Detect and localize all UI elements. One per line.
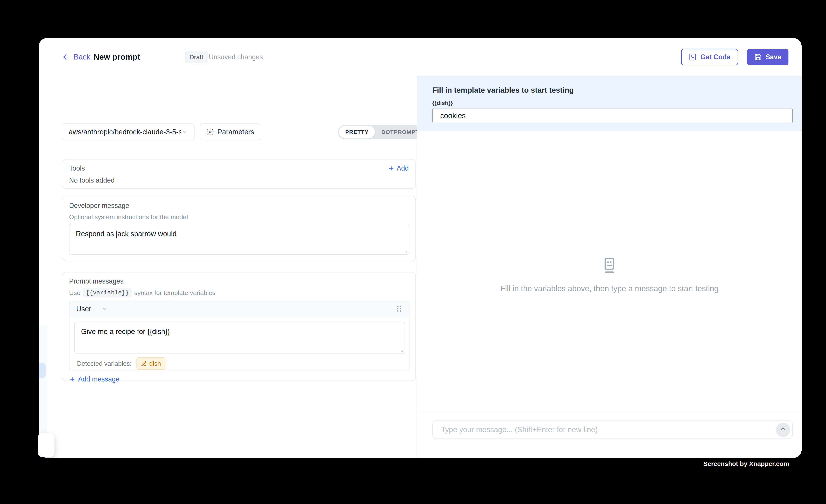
chat-message-input[interactable]	[441, 421, 760, 439]
page-title: New prompt	[94, 38, 140, 76]
empty-state: Fill in the variables above, then type a…	[500, 256, 719, 293]
variable-badge-label: dish	[149, 360, 161, 367]
plus-icon	[69, 376, 75, 382]
tools-empty-text: No tools added	[69, 176, 115, 184]
variable-name-label: {{dish}}	[432, 100, 453, 106]
sidebar-selected-highlight	[39, 363, 46, 378]
pencil-icon	[141, 361, 146, 367]
role-select[interactable]: User	[76, 305, 107, 313]
prompt-messages-title: Prompt messages	[69, 277, 123, 285]
header-actions: Get Code Save	[681, 49, 788, 65]
arrow-up-icon	[779, 426, 787, 434]
send-button[interactable]	[776, 423, 790, 437]
developer-message-input[interactable]: Respond as jack sparrow would	[69, 224, 409, 255]
chat-input-box	[432, 420, 793, 439]
prompt-messages-card: Prompt messages Use {{variable}} syntax …	[62, 272, 416, 381]
variable-value-input[interactable]	[432, 108, 793, 123]
tools-card: Tools Add No tools added	[62, 159, 416, 189]
watermark-text: Screenshot by Xnapper.com	[703, 460, 789, 467]
detected-variables-row: Detected variables: dish	[77, 357, 165, 370]
parameters-label: Parameters	[217, 128, 254, 136]
chat-area: Fill in the variables above, then type a…	[417, 131, 802, 412]
view-mode-toggle: PRETTY DOTPROMPT	[338, 125, 426, 139]
test-pane: Fill in template variables to start test…	[417, 76, 802, 458]
message-header: User	[69, 301, 409, 317]
role-value: User	[76, 305, 91, 313]
user-message-field-wrap: Give me a recipe for {{dish}}	[74, 322, 405, 354]
chevron-down-icon	[181, 129, 188, 135]
empty-state-text: Fill in the variables above, then type a…	[500, 284, 719, 293]
detected-variables-label: Detected variables:	[77, 360, 132, 367]
add-tool-button[interactable]: Add	[388, 165, 409, 172]
get-code-label: Get Code	[700, 53, 730, 61]
message-block: User Give me a recipe for {{dish}}	[69, 301, 409, 370]
developer-message-field-wrap: Respond as jack sparrow would	[69, 224, 409, 255]
user-message-input[interactable]: Give me a recipe for {{dish}}	[74, 322, 405, 354]
add-tool-label: Add	[397, 165, 409, 172]
template-hint: Use {{variable}} syntax for template var…	[69, 288, 216, 298]
model-select[interactable]: aws/anthropic/bedrock-claude-3-5-s...	[62, 123, 194, 140]
add-message-label: Add message	[78, 375, 119, 383]
robot-icon	[600, 256, 619, 275]
parameters-button[interactable]: Parameters	[200, 123, 260, 140]
status-badge: Draft	[185, 51, 208, 63]
variables-panel-title: Fill in template variables to start test…	[432, 86, 574, 94]
developer-message-card: Developer message Optional system instru…	[62, 196, 416, 261]
back-label: Back	[74, 53, 90, 61]
model-select-value: aws/anthropic/bedrock-claude-3-5-s...	[69, 128, 181, 136]
variable-badge[interactable]: dish	[136, 357, 165, 370]
content: aws/anthropic/bedrock-claude-3-5-s... Pa…	[39, 76, 802, 458]
plus-icon	[388, 165, 395, 172]
drag-handle-icon[interactable]	[396, 305, 402, 313]
variable-syntax-chip: {{variable}}	[83, 288, 131, 298]
unsaved-changes-text: Unsaved changes	[209, 53, 263, 61]
chevron-down-icon	[102, 306, 107, 312]
save-button[interactable]: Save	[747, 49, 788, 65]
divider	[39, 146, 417, 146]
variables-panel: Fill in template variables to start test…	[417, 76, 802, 131]
hint-suffix: syntax for template variables	[134, 289, 216, 297]
editor-pane: aws/anthropic/bedrock-claude-3-5-s... Pa…	[39, 76, 417, 458]
gear-icon	[206, 128, 214, 136]
chat-input-bar	[417, 412, 802, 458]
edge-popover-card	[38, 433, 55, 457]
developer-message-title: Developer message	[69, 202, 129, 209]
tools-title: Tools	[69, 165, 85, 172]
app-window: Back New prompt Draft Unsaved changes Ge…	[39, 38, 802, 458]
hint-prefix: Use	[69, 289, 80, 297]
toggle-option-pretty[interactable]: PRETTY	[339, 126, 375, 138]
developer-message-subtitle: Optional system instructions for the mod…	[69, 213, 188, 220]
add-message-button[interactable]: Add message	[69, 375, 119, 383]
header: Back New prompt Draft Unsaved changes Ge…	[39, 38, 802, 76]
save-icon	[754, 53, 762, 61]
terminal-icon	[689, 53, 697, 61]
get-code-button[interactable]: Get Code	[681, 49, 738, 65]
back-button[interactable]: Back	[62, 38, 90, 76]
sidebar-edge-strip	[39, 325, 47, 433]
save-label: Save	[766, 53, 781, 61]
arrow-left-icon	[62, 53, 70, 61]
